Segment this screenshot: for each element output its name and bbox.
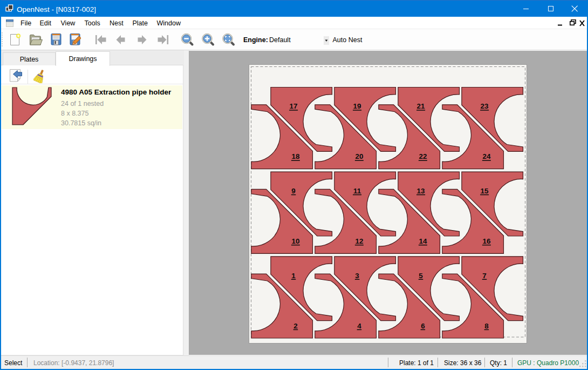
svg-text:16: 16 [482, 237, 491, 245]
svg-text:5: 5 [419, 271, 423, 279]
svg-text:15: 15 [480, 186, 489, 194]
svg-text:21: 21 [416, 102, 425, 110]
svg-text:9: 9 [291, 186, 296, 194]
svg-text:8: 8 [484, 321, 489, 329]
svg-text:13: 13 [416, 186, 425, 194]
svg-text:12: 12 [355, 237, 363, 245]
svg-text:10: 10 [291, 237, 299, 245]
svg-text:18: 18 [291, 152, 300, 160]
svg-text:2: 2 [293, 321, 298, 329]
svg-text:20: 20 [355, 152, 363, 160]
svg-text:14: 14 [419, 237, 427, 245]
svg-text:4: 4 [357, 321, 361, 329]
svg-text:23: 23 [480, 102, 489, 110]
svg-text:19: 19 [353, 102, 361, 110]
svg-text:11: 11 [353, 186, 361, 194]
svg-text:17: 17 [289, 102, 297, 110]
svg-text:1: 1 [291, 271, 296, 279]
svg-text:24: 24 [482, 152, 491, 160]
svg-text:3: 3 [355, 271, 359, 279]
svg-text:6: 6 [421, 321, 425, 329]
svg-text:7: 7 [482, 271, 487, 279]
svg-text:22: 22 [419, 152, 427, 160]
